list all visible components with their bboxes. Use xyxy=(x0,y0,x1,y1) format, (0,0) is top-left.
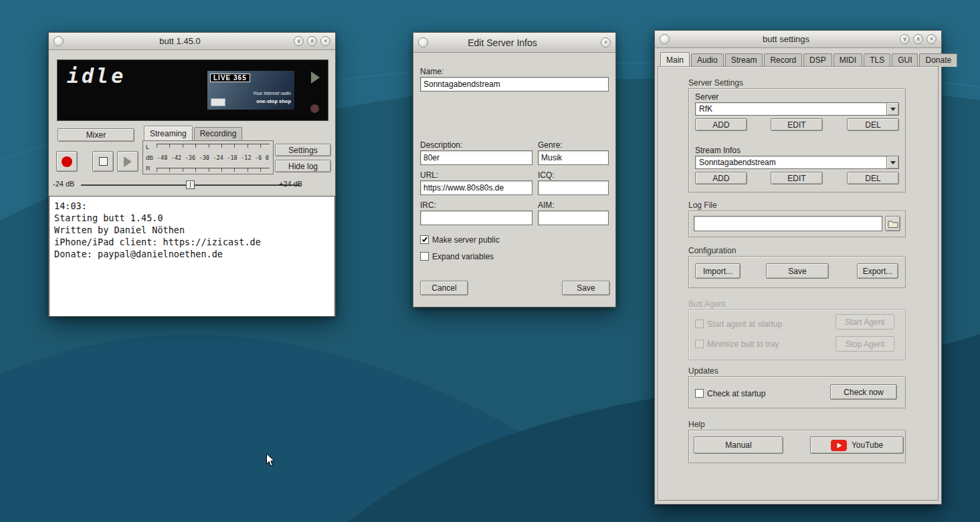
vu-meter-scale: -48 -42 -36 -30 -24 -18 -12 -6 0 xyxy=(157,144,270,172)
stream-infos-dropdown[interactable]: Sonntagabendstream xyxy=(695,156,899,169)
stream-infos-dropdown-value: Sonntagabendstream xyxy=(696,156,886,168)
close-button[interactable]: × xyxy=(601,37,611,47)
main-window-title: butt 1.45.0 xyxy=(76,36,284,46)
server-label: Server xyxy=(695,92,718,102)
start-agent-button: Start Agent xyxy=(836,314,894,330)
check-now-button[interactable]: Check now xyxy=(830,384,897,400)
save-button[interactable]: Save xyxy=(562,281,610,295)
vu-meter-channel-labels: L dB R xyxy=(146,144,157,172)
minimize-button[interactable]: ∨ xyxy=(900,34,910,44)
chevron-down-icon: ∨ xyxy=(296,38,301,44)
url-field[interactable] xyxy=(420,180,532,195)
url-label: URL: xyxy=(420,170,438,180)
settings-window-title: butt settings xyxy=(682,34,890,44)
volume-slider-handle[interactable] xyxy=(186,180,195,189)
close-button[interactable]: × xyxy=(320,36,330,46)
hide-log-button[interactable]: Hide log xyxy=(275,160,331,172)
aim-field[interactable] xyxy=(538,211,609,225)
tab-tls[interactable]: TLS xyxy=(864,53,890,67)
minimize-button[interactable]: ∨ xyxy=(294,36,304,46)
irc-field[interactable] xyxy=(420,211,532,225)
settings-window-titlebar[interactable]: butt settings ∨ ∧ × xyxy=(655,31,941,48)
chevron-down-icon xyxy=(890,161,896,167)
banner-brand-logo: LIVE 365 xyxy=(210,74,250,82)
start-agent-at-startup-checkbox xyxy=(695,319,704,328)
check-at-startup-checkbox[interactable] xyxy=(695,389,704,398)
server-dropdown[interactable]: RfK xyxy=(695,102,899,116)
live365-ad-banner[interactable]: LIVE 365 Your internet radio one-stop sh… xyxy=(207,71,294,110)
stream-add-button[interactable]: ADD xyxy=(695,172,747,184)
mixer-button[interactable]: Mixer xyxy=(58,128,134,142)
maximize-button[interactable]: ∧ xyxy=(307,36,317,46)
log-file-field[interactable] xyxy=(694,216,882,231)
stream-infos-label: Stream Infos xyxy=(695,146,741,155)
youtube-button[interactable]: YouTube xyxy=(810,436,904,454)
icq-field[interactable] xyxy=(538,180,609,195)
description-label: Description: xyxy=(420,140,462,150)
config-save-button[interactable]: Save xyxy=(766,263,829,279)
server-del-button[interactable]: DEL xyxy=(847,118,899,131)
tab-record[interactable]: Record xyxy=(764,53,802,67)
log-output[interactable]: 14:03: Starting butt 1.45.0 Written by D… xyxy=(49,196,335,317)
volume-min-label: -24 dB xyxy=(53,180,74,188)
banner-logo-chip xyxy=(211,98,225,106)
status-display: idle LIVE 365 Your internet radio one-st… xyxy=(57,59,328,121)
configuration-group-label: Configuration xyxy=(688,246,736,255)
edit-dialog-title: Edit Server Infos xyxy=(440,37,565,48)
tab-gui[interactable]: GUI xyxy=(892,53,918,67)
tab-midi[interactable]: MIDI xyxy=(834,53,862,67)
tab-audio[interactable]: Audio xyxy=(691,53,724,67)
record-button[interactable] xyxy=(56,151,78,172)
tab-recording[interactable]: Recording xyxy=(194,127,243,140)
dropdown-arrow-button[interactable] xyxy=(886,156,898,168)
edit-server-dialog: Edit Server Infos × Name: Description: G… xyxy=(413,32,616,307)
tab-main[interactable]: Main xyxy=(660,52,690,67)
meter-scale-numbers: -48 -42 -36 -30 -24 -18 -12 -6 0 xyxy=(157,154,270,161)
stop-button[interactable] xyxy=(92,151,114,172)
description-field[interactable] xyxy=(420,150,532,165)
vu-meter: L dB R -48 -42 -36 -30 -24 -18 -12 -6 0 xyxy=(142,140,274,174)
meter-db-label: dB xyxy=(146,154,157,161)
expand-variables-checkbox[interactable] xyxy=(420,252,429,261)
tab-donate[interactable]: Donate xyxy=(919,53,957,67)
meter-right-label: R xyxy=(146,165,157,172)
stream-del-button[interactable]: DEL xyxy=(847,172,899,184)
tab-streaming[interactable]: Streaming xyxy=(144,126,193,140)
volume-max-label: +24 dB xyxy=(279,180,302,188)
settings-button[interactable]: Settings xyxy=(275,144,331,156)
stream-edit-button[interactable]: EDIT xyxy=(771,172,823,184)
scale-tick: -12 xyxy=(241,154,251,161)
minimize-butt-to-tray-checkbox xyxy=(695,340,704,348)
tab-stream[interactable]: Stream xyxy=(725,53,763,67)
record-icon xyxy=(62,156,72,167)
tab-dsp[interactable]: DSP xyxy=(803,53,832,67)
name-field[interactable] xyxy=(420,77,609,92)
close-button[interactable]: × xyxy=(926,34,937,44)
main-window-titlebar[interactable]: butt 1.45.0 ∨ ∧ × xyxy=(49,33,335,50)
window-menu-button[interactable] xyxy=(660,34,670,44)
window-menu-button[interactable] xyxy=(54,36,64,46)
banner-tagline: Your internet radio xyxy=(253,91,291,96)
window-menu-button[interactable] xyxy=(418,37,428,47)
server-add-button[interactable]: ADD xyxy=(695,118,747,131)
start-agent-at-startup-label: Start agent at startup xyxy=(707,319,782,329)
settings-window-body: Main Audio Stream Record DSP MIDI TLS GU… xyxy=(655,48,941,504)
genre-field[interactable] xyxy=(538,150,609,165)
manual-button[interactable]: Manual xyxy=(694,436,783,454)
help-group-label: Help xyxy=(688,420,705,429)
scale-tick: -48 xyxy=(157,154,167,161)
cancel-button[interactable]: Cancel xyxy=(420,281,468,295)
log-line: iPhone/iPad client: https://izicast.de xyxy=(54,236,330,248)
make-server-public-checkbox[interactable] xyxy=(420,235,429,244)
scale-tick: -30 xyxy=(199,154,209,161)
log-file-browse-button[interactable] xyxy=(885,216,900,231)
play-button[interactable] xyxy=(117,151,138,172)
main-window: butt 1.45.0 ∨ ∧ × idle LIVE 365 Your int… xyxy=(48,32,336,317)
maximize-button[interactable]: ∧ xyxy=(913,34,923,44)
server-edit-button[interactable]: EDIT xyxy=(771,118,823,131)
import-button[interactable]: Import... xyxy=(695,263,741,279)
dropdown-arrow-button[interactable] xyxy=(886,103,898,115)
expand-variables-label: Expand variables xyxy=(432,252,494,261)
export-button[interactable]: Export... xyxy=(857,263,898,279)
edit-dialog-titlebar[interactable]: Edit Server Infos × xyxy=(413,33,615,53)
